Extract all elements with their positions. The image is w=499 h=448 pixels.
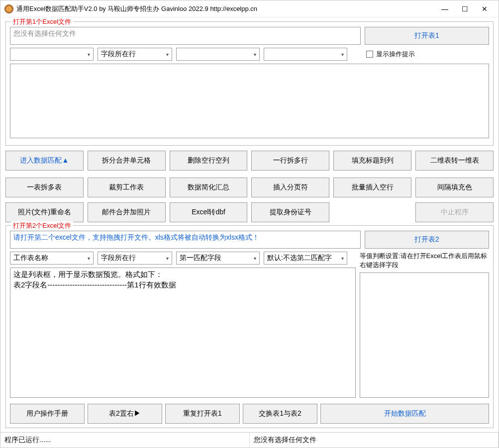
content-area: 打开第1个Excel文件 您没有选择任何文件 打开表1 ▾ 字段所在行▾ ▾ ▾…: [0, 17, 499, 432]
table2-right-button[interactable]: 表2置右▶: [88, 404, 162, 424]
swap-tables-button[interactable]: 交换表1与表2: [243, 404, 317, 424]
file2-sheet-combo[interactable]: 工作表名称▾: [10, 252, 94, 265]
file1-preview-list[interactable]: [10, 64, 489, 138]
open-table1-button[interactable]: 打开表1: [365, 27, 489, 45]
tools-row3: 照片(文件)重命名 邮件合并加照片 Excel转dbf 提取身份证号 中止程序: [5, 202, 494, 222]
file1-fieldrow-combo[interactable]: 字段所在行▾: [98, 48, 172, 61]
status-right: 您没有选择任何文件: [250, 433, 499, 448]
show-hint-label: 显示操作提示: [376, 50, 415, 59]
delete-empty-button[interactable]: 删除空行空列: [170, 151, 248, 171]
fill-title-button[interactable]: 填充标题到列: [333, 151, 411, 171]
manual-button[interactable]: 用户操作手册: [10, 404, 85, 424]
file2-fieldrow-combo[interactable]: 字段所在行▾: [98, 252, 172, 265]
app-icon: [4, 4, 13, 13]
group-file1: 打开第1个Excel文件 您没有选择任何文件 打开表1 ▾ 字段所在行▾ ▾ ▾…: [5, 21, 494, 146]
simplify-button[interactable]: 数据简化汇总: [170, 178, 248, 197]
insert-empty-button[interactable]: 批量插入空行: [333, 178, 411, 197]
split-sheets-button[interactable]: 一表拆多表: [5, 178, 84, 197]
reopen-table1-button[interactable]: 重复打开表1: [165, 404, 240, 424]
split-merge-button[interactable]: 拆分合并单元格: [88, 151, 166, 171]
equal-judge-label: 等值判断设置:请在打开Excel工作表后用鼠标右键选择字段: [360, 252, 489, 269]
window-title: 通用Excel数据匹配助手V2.0 by 马鞍山师专招生办 Gavinloo 2…: [16, 4, 435, 13]
file2-preview-list[interactable]: 这是列表框，用于显示数据预览。格式如下： 表2字段名--------------…: [10, 268, 356, 398]
file2-match2-combo[interactable]: 默认:不选第二匹配字▾: [264, 252, 347, 265]
group2-label: 打开第2个Excel文件: [11, 221, 73, 230]
fill-color-button[interactable]: 间隔填充色: [415, 178, 494, 197]
tools-row2: 一表拆多表 裁剪工作表 数据简化汇总 插入分页符 批量插入空行 间隔填充色: [5, 178, 494, 197]
titlebar: 通用Excel数据匹配助手V2.0 by 马鞍山师专招生办 Gavinloo 2…: [0, 0, 499, 17]
abort-button[interactable]: 中止程序: [415, 202, 494, 222]
show-hint-checkbox[interactable]: [366, 51, 373, 58]
crop-sheet-button[interactable]: 裁剪工作表: [88, 178, 166, 197]
chevron-down-icon: ▾: [338, 256, 347, 261]
file1-combo3[interactable]: ▾: [176, 48, 260, 61]
pivot-button[interactable]: 二维表转一维表: [415, 151, 494, 171]
mailmerge-button[interactable]: 邮件合并加照片: [88, 202, 166, 222]
main-window: 通用Excel数据匹配助手V2.0 by 马鞍山师专招生办 Gavinloo 2…: [0, 0, 499, 448]
enter-match-button[interactable]: 进入数据匹配▲: [5, 151, 84, 171]
file1-path-input[interactable]: 您没有选择任何文件: [10, 27, 361, 45]
status-left: 程序已运行......: [0, 433, 250, 448]
chevron-down-icon: ▾: [84, 52, 93, 57]
equal-judge-list[interactable]: [360, 272, 489, 398]
start-match-button[interactable]: 开始数据匹配: [320, 404, 489, 424]
tools-row1: 进入数据匹配▲ 拆分合并单元格 删除空行空列 一行拆多行 填充标题到列 二维表转…: [5, 151, 494, 171]
chevron-down-icon: ▾: [163, 52, 172, 57]
group1-label: 打开第1个Excel文件: [11, 17, 73, 26]
group-file2: 打开第2个Excel文件 请打开第二个excel文件，支持拖拽打开文件。xls格…: [5, 225, 494, 428]
rename-photo-button[interactable]: 照片(文件)重命名: [5, 202, 84, 222]
chevron-down-icon: ▾: [338, 52, 347, 57]
chevron-down-icon: ▾: [84, 256, 93, 261]
file2-match1-combo[interactable]: 第一匹配字段▾: [176, 252, 260, 265]
file2-path-input[interactable]: 请打开第二个excel文件，支持拖拽打开文件。xls格式将被自动转换为xlsx格…: [10, 231, 361, 249]
open-table2-button[interactable]: 打开表2: [365, 231, 489, 249]
minimize-button[interactable]: —: [435, 2, 455, 16]
file1-sheet-combo[interactable]: ▾: [10, 48, 94, 61]
close-button[interactable]: ✕: [475, 2, 495, 16]
extract-id-button[interactable]: 提取身份证号: [251, 202, 329, 222]
statusbar: 程序已运行...... 您没有选择任何文件: [0, 432, 499, 448]
excel2dbf-button[interactable]: Excel转dbf: [170, 202, 248, 222]
pagebreak-button[interactable]: 插入分页符: [251, 178, 329, 197]
file1-combo4[interactable]: ▾: [264, 48, 347, 61]
maximize-button[interactable]: ☐: [455, 2, 475, 16]
split-rows-button[interactable]: 一行拆多行: [251, 151, 329, 171]
chevron-down-icon: ▾: [250, 52, 259, 57]
chevron-down-icon: ▾: [163, 256, 172, 261]
chevron-down-icon: ▾: [250, 256, 259, 261]
